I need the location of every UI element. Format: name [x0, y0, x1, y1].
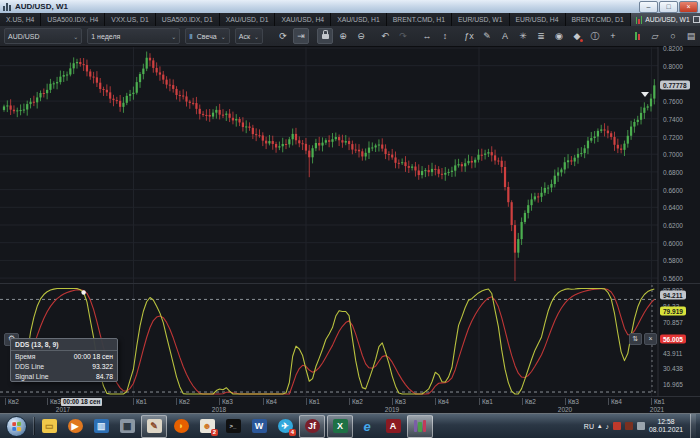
calculator-icon[interactable]: ▦: [115, 416, 139, 437]
eraser-icon[interactable]: ▱: [647, 28, 663, 44]
tab-x-us-h4[interactable]: X.US, H4: [0, 13, 41, 26]
action-center-icon[interactable]: [637, 422, 645, 430]
indicator-tick: 43.911: [663, 349, 682, 356]
chart-area[interactable]: ⚙ ⇅ × DDS (13, 8, 9) Время00:00 18 сен D…: [0, 47, 700, 413]
layers-icon[interactable]: ≣: [533, 28, 549, 44]
quarter-label: Кв1: [306, 398, 320, 405]
mini-candles-icon[interactable]: [629, 28, 645, 44]
firefox-glyph: ◗: [174, 419, 189, 433]
indicator-tick: 30.438: [663, 365, 683, 372]
notify-maroon-icon[interactable]: [625, 422, 633, 430]
draw-tool-icon[interactable]: ✎: [479, 28, 495, 44]
tab-label: AUD/USD, W1: [645, 13, 690, 26]
close-panel-icon[interactable]: ×: [644, 333, 657, 345]
indicator-panel-buttons: ⇅ ×: [629, 333, 657, 345]
title-bar: AUD/USD, W1 – □ ×: [0, 0, 700, 14]
hidden-icons-icon[interactable]: ▴: [598, 422, 602, 430]
system-tray: RU ▴ ♪ 12:58 08.01.2021: [584, 414, 698, 438]
tab-vxx-us-d1[interactable]: VXX.US, D1: [105, 13, 155, 26]
crosshair-icon[interactable]: +: [605, 28, 621, 44]
chart-tab-strip: X.US, H4USA500.IDX, H4VXX.US, D1USA500.I…: [0, 13, 700, 26]
tab-usa500-idx-h4[interactable]: USA500.IDX, H4: [41, 13, 105, 26]
price-tick: 0.8200: [663, 45, 683, 52]
quarter-label: Кв3: [565, 398, 579, 405]
badge: 2: [211, 429, 218, 436]
ellipse-tool-icon[interactable]: ○: [665, 28, 681, 44]
word-icon[interactable]: W: [247, 416, 271, 437]
internet-explorer-icon[interactable]: e: [355, 416, 379, 437]
calculator-glyph: ▦: [120, 419, 135, 433]
explorer-icon[interactable]: ▭: [37, 416, 61, 437]
taskbar-clock[interactable]: 12:58 08.01.2021: [649, 418, 683, 434]
close-button[interactable]: ×: [679, 1, 698, 13]
media-player-icon[interactable]: ▶: [63, 416, 87, 437]
text-tool-icon[interactable]: A: [497, 28, 513, 44]
tab-usa500-idx-d1[interactable]: USA500.IDX, D1: [156, 13, 220, 26]
remote-desktop-icon[interactable]: ▥: [89, 416, 113, 437]
chart-type-select[interactable]: ‖ Свеча⌄: [185, 28, 229, 44]
tab-aud-usd-w1[interactable]: AUD/USD, W1×: [631, 13, 700, 26]
indicator-badge-yellow: 79.919: [660, 307, 686, 316]
acrobat-icon[interactable]: A: [381, 416, 405, 437]
quarter-label: Кв4: [608, 398, 622, 405]
terminal-icon[interactable]: >_: [221, 416, 245, 437]
lock-icon[interactable]: [317, 28, 333, 44]
quarter-label: Кв3: [219, 398, 233, 405]
quarter-label: Кв3: [47, 398, 61, 405]
notify-red-icon[interactable]: [613, 422, 621, 430]
explorer-glyph: ▭: [42, 419, 57, 433]
collapse-panel-icon[interactable]: ⇅: [629, 333, 642, 345]
visibility-icon[interactable]: ◉: [551, 28, 567, 44]
winrar-icon[interactable]: [407, 415, 433, 438]
tab-brent-cmd-d1[interactable]: BRENT.CMD, D1: [566, 13, 631, 26]
remote-desktop-glyph: ▥: [94, 419, 109, 433]
tooltip-time-label: Время: [15, 353, 35, 360]
tab-brent-cmd-h1[interactable]: BRENT.CMD, H1: [387, 13, 452, 26]
tab-eur-usd-h4[interactable]: EUR/USD, H4: [510, 13, 566, 26]
word-glyph: W: [252, 419, 267, 433]
jforex-icon[interactable]: Jf: [299, 415, 325, 438]
firefox-icon[interactable]: ◗: [169, 416, 193, 437]
indicators-icon[interactable]: ƒx: [461, 28, 477, 44]
save-icon[interactable]: ▤: [683, 28, 699, 44]
symbol-select[interactable]: AUD/USD⌄: [4, 28, 82, 44]
period-select[interactable]: 1 неделя⌄: [87, 28, 180, 44]
period-select-value: 1 неделя: [91, 33, 120, 40]
price-side-select[interactable]: Аск⌄: [235, 28, 263, 44]
restore-button[interactable]: □: [659, 1, 678, 13]
volume-icon[interactable]: ♪: [605, 423, 609, 430]
start-button[interactable]: [6, 416, 27, 437]
tab-xau-usd-h1[interactable]: XAU/USD, H1: [331, 13, 387, 26]
symbol-select-value: AUD/USD: [8, 33, 40, 40]
chevron-down-icon: ⌄: [171, 33, 176, 40]
tab-xau-usd-h4[interactable]: XAU/USD, H4: [275, 13, 331, 26]
tab-eur-usd-w1[interactable]: EUR/USD, W1: [452, 13, 510, 26]
jump-to-end-icon[interactable]: ⇥: [293, 28, 309, 44]
zoom-in-icon[interactable]: ⊕: [335, 28, 351, 44]
patterns-icon[interactable]: ◆: [569, 28, 585, 44]
excel-icon[interactable]: X: [327, 415, 353, 438]
language-indicator[interactable]: RU: [584, 423, 594, 430]
shapes-tool-icon[interactable]: ✳: [515, 28, 531, 44]
tab-xau-usd-d1[interactable]: XAU/USD, D1: [220, 13, 276, 26]
paint-icon[interactable]: ✎: [141, 415, 167, 438]
quarter-label: Кв3: [392, 398, 406, 405]
price-tick: 0.6600: [663, 186, 683, 193]
tooltip-dds-label: DDS Line: [15, 363, 44, 370]
popout-icon[interactable]: [693, 16, 700, 23]
horizontal-line-tool-icon[interactable]: ↔: [419, 28, 435, 44]
vertical-line-tool-icon[interactable]: ↕: [437, 28, 453, 44]
price-tick: 0.7000: [663, 151, 683, 158]
undo-icon[interactable]: ↶: [377, 28, 393, 44]
candles-icon: [636, 16, 643, 24]
photo-viewer-icon[interactable]: ☻2: [195, 416, 219, 437]
zoom-out-icon[interactable]: ⊖: [353, 28, 369, 44]
refresh-icon[interactable]: ⟳: [275, 28, 291, 44]
show-desktop-button[interactable]: [690, 414, 696, 438]
minimize-button[interactable]: –: [639, 1, 658, 13]
telegram-icon[interactable]: ✈4: [273, 416, 297, 437]
indicator-badge-red: 56.005: [660, 334, 686, 343]
chevron-down-icon: ⌄: [73, 33, 78, 40]
current-price-badge: 0.77778: [660, 81, 690, 90]
info-icon[interactable]: ⓘ: [587, 28, 603, 44]
